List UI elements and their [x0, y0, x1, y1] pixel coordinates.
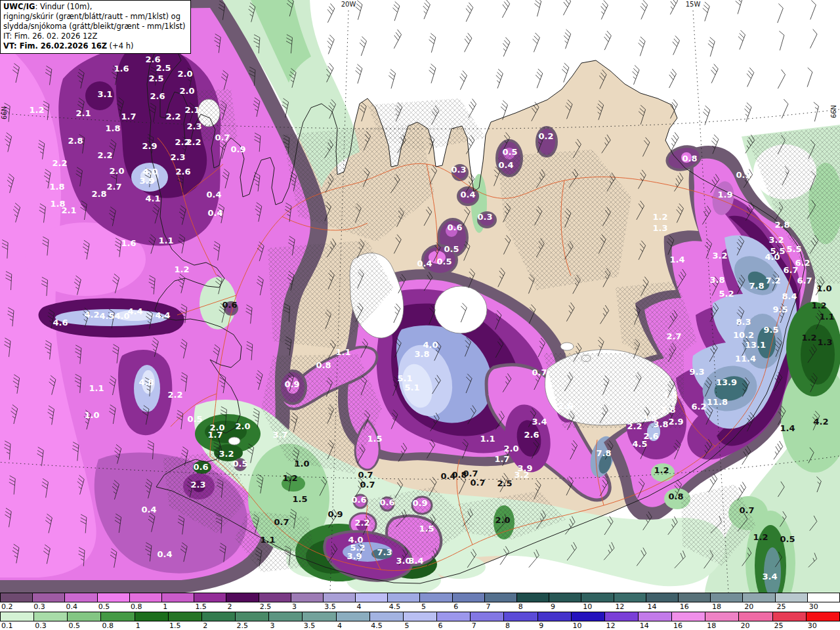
- precip-value-label: 1.2: [654, 465, 669, 475]
- precip-value-label: 0.4: [157, 549, 172, 559]
- precip-value-label: 0.6: [379, 497, 394, 507]
- precip-value-label: 0.2: [538, 131, 553, 141]
- precip-value-label: 4.0: [423, 340, 438, 350]
- precip-value-label: 0.9: [230, 144, 245, 154]
- colorbar-segment: [807, 612, 839, 621]
- precip-value-label: 2.5: [497, 478, 512, 488]
- colorbar-threshold-label: 25: [774, 621, 784, 630]
- colorbar-threshold-label: 0.8: [102, 621, 114, 630]
- precip-value-label: 1.2: [282, 473, 297, 483]
- precip-value-label: 1.8: [49, 182, 64, 192]
- colorbar-segment: [33, 593, 65, 602]
- precip-value-label: 3.2: [514, 470, 529, 480]
- precip-value-label: 0.5: [187, 414, 202, 424]
- colorbar-threshold-label: 16: [673, 621, 682, 630]
- precip-value-label: 2.1: [75, 108, 91, 118]
- precip-value-label: 2.2: [165, 112, 180, 121]
- colorbar-threshold-label: 1.5: [169, 621, 181, 630]
- precip-value-label: 0.4: [207, 208, 222, 218]
- colorbar-segment: [202, 612, 236, 621]
- colorbar-segment: [453, 593, 485, 602]
- precip-value-label: 2.5: [156, 63, 171, 73]
- precip-value-label: 3.4: [408, 556, 423, 566]
- precip-value-label: 1.1: [480, 434, 495, 444]
- precip-value-label: 4.2: [84, 310, 99, 320]
- rain-colorbar: [0, 593, 840, 602]
- colorbar-threshold-label: 3: [292, 602, 297, 611]
- colorbar-threshold-label: 25: [777, 602, 786, 611]
- colorbar-threshold-label: 20: [744, 602, 753, 611]
- precip-value-label: 7.8: [596, 448, 611, 458]
- precip-value-label: 3.2: [712, 251, 727, 261]
- colorbar-segment: [485, 593, 517, 602]
- latitude-label: 66N: [830, 105, 837, 118]
- legend-line-2: rigning/skúrir (grænt/blátt/rautt - mm/1…: [3, 12, 186, 22]
- precip-value-label: 2.2: [354, 518, 369, 528]
- precip-value-label: 2.1: [61, 205, 76, 215]
- colorbar-segment: [614, 593, 646, 602]
- colorbar-segment: [356, 593, 388, 602]
- precip-value-label: 0.4: [460, 190, 475, 200]
- precip-value-label: 0.7: [215, 133, 230, 142]
- precip-value-label: 0.9: [736, 170, 751, 180]
- precip-value-label: 1.2: [801, 333, 816, 343]
- precip-value-label: 4.1: [145, 194, 160, 203]
- precip-value-label: 2.2: [52, 158, 67, 168]
- weather-map: 20W15W66N66N 1.62.62.52.02.53.12.62.02.1…: [0, 0, 840, 593]
- colorbar-threshold-label: 2: [228, 602, 232, 611]
- precip-value-label: 0.7: [739, 505, 754, 515]
- precip-value-label: 4.4: [155, 310, 170, 320]
- precip-value-label: 0.7: [360, 480, 375, 490]
- colorbar-segment: [743, 593, 775, 602]
- precip-value-label: 11.4: [735, 354, 756, 364]
- precip-value-label: 0.7: [532, 368, 547, 377]
- precip-value-label: 2.8: [660, 405, 675, 415]
- precip-value-label: 2.9: [668, 417, 683, 427]
- precip-value-label: 3.5: [642, 413, 657, 423]
- precip-value-label: 0.7: [470, 478, 485, 488]
- precip-value-label: 1.3: [652, 223, 667, 233]
- colorbar-segment: [135, 612, 169, 621]
- colorbar-threshold-label: 8: [505, 621, 510, 630]
- product-id: UWC/IG: [3, 2, 35, 11]
- colorbar-segment: [572, 612, 605, 621]
- precip-value-label: 0.5: [444, 244, 459, 254]
- precip-value-label: 1.2: [29, 105, 44, 115]
- precip-value-label: 0.6: [193, 462, 208, 472]
- precip-value-label: 5.1: [404, 383, 419, 392]
- colorbar-segment: [236, 612, 269, 621]
- colorbar-threshold-label: 0.5: [98, 602, 110, 611]
- precip-value-label: 2.2: [627, 421, 642, 431]
- colorbar-segment: [259, 593, 291, 602]
- precip-value-label: 5.5: [786, 244, 801, 254]
- colorbar-threshold-label: 18: [707, 621, 716, 630]
- precip-value-label: 3.7: [272, 430, 287, 440]
- colorbar-segment: [370, 612, 404, 621]
- colorbar-threshold-label: 0.3: [35, 621, 47, 630]
- precip-value-label: 5.1: [397, 373, 412, 383]
- precip-value-label: 1.1: [260, 535, 275, 545]
- precip-value-label: 2.0: [503, 444, 518, 453]
- colorbar-segment: [68, 612, 101, 621]
- colorbar-threshold-label: 9: [551, 602, 555, 611]
- colorbar-segment: [226, 593, 259, 602]
- precip-value-label: 13.9: [716, 377, 737, 387]
- precip-value-label: 1.0: [816, 284, 831, 293]
- precip-value-label: 7.2: [765, 276, 780, 285]
- colorbar-threshold-label: 7: [472, 621, 476, 630]
- precip-value-label: 3.9: [346, 551, 362, 561]
- precip-value-label: 2.9: [142, 141, 157, 151]
- colorbar-threshold-label: 4.5: [371, 621, 383, 630]
- precip-value-label: 0.7: [463, 469, 478, 478]
- precip-value-label: 0.7: [274, 517, 289, 527]
- colorbar-segment: [101, 612, 135, 621]
- precip-value-label: 2.6: [175, 167, 190, 177]
- colorbar-threshold-label: 6: [453, 602, 458, 611]
- precip-value-label: 9.3: [689, 367, 704, 377]
- colorbar-segment: [672, 612, 705, 621]
- precip-value-label: 1.2: [753, 532, 768, 542]
- precip-value-label: 4.2: [813, 417, 828, 427]
- colorbar-segment: [324, 593, 356, 602]
- precip-value-label: 6.2: [691, 402, 706, 411]
- precip-value-label: 0.6: [222, 300, 237, 310]
